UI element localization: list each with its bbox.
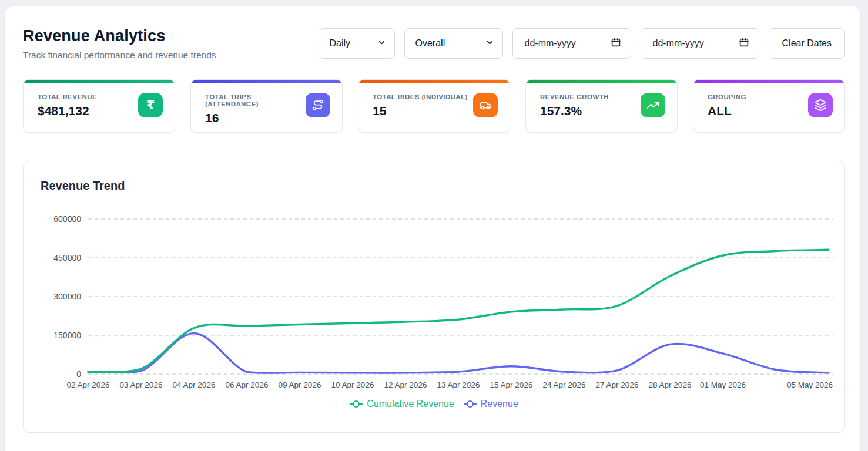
accent-bar — [526, 80, 677, 83]
revenue-trend-card: Revenue Trend 01500003000004500006000000… — [23, 161, 845, 433]
start-date-placeholder: dd-mm-yyyy — [525, 38, 576, 49]
stat-label: GROUPING — [708, 93, 746, 100]
stat-value: ALL — [708, 104, 746, 118]
stat-value: 157.3% — [540, 104, 609, 118]
route-icon — [306, 93, 330, 117]
scope-select[interactable]: Overall — [404, 28, 503, 59]
chart-title: Revenue Trend — [41, 179, 125, 193]
stat-label: TOTAL TRIPS (ATTENDANCE) — [205, 93, 306, 107]
revenue-trend-chart: 015000030000045000060000002 Apr 202603 A… — [35, 213, 846, 395]
legend-marker — [464, 403, 477, 405]
accent-bar — [191, 80, 342, 83]
stat-card-total-revenue: TOTAL REVENUE $481,132 ₹ — [23, 79, 175, 133]
legend-item-revenue[interactable]: Revenue — [464, 399, 518, 409]
end-date-input[interactable]: dd-mm-yyyy — [641, 28, 759, 59]
svg-text:0: 0 — [76, 369, 81, 379]
stat-label: REVENUE GROWTH — [540, 93, 609, 100]
header-titles: Revenue Analytics Track financial perfor… — [23, 27, 216, 60]
page-subtitle: Track financial performance and revenue … — [23, 50, 216, 60]
svg-text:150000: 150000 — [53, 331, 81, 340]
svg-text:05 May 2026: 05 May 2026 — [787, 381, 833, 389]
svg-text:02 Apr 2026: 02 Apr 2026 — [67, 381, 110, 389]
calendar-icon[interactable] — [611, 37, 621, 50]
svg-text:01 May 2026: 01 May 2026 — [700, 381, 746, 389]
chevron-down-icon — [377, 38, 386, 49]
legend-label: Cumulative Revenue — [367, 399, 454, 409]
svg-text:450000: 450000 — [53, 253, 81, 262]
calendar-icon[interactable] — [739, 37, 749, 50]
period-select[interactable]: Daily — [319, 28, 395, 59]
stat-value: 16 — [205, 111, 306, 125]
stat-label: TOTAL RIDES (INDIVIDUAL) — [373, 93, 468, 100]
stat-value: 15 — [373, 104, 468, 118]
stat-card-total-rides: TOTAL RIDES (INDIVIDUAL) 15 — [358, 79, 510, 133]
legend-item-cumulative-revenue[interactable]: Cumulative Revenue — [350, 399, 454, 409]
svg-text:28 Apr 2026: 28 Apr 2026 — [649, 381, 692, 389]
svg-text:06 Apr 2026: 06 Apr 2026 — [226, 381, 269, 389]
main-panel: Revenue Analytics Track financial perfor… — [5, 6, 860, 451]
svg-text:04 Apr 2026: 04 Apr 2026 — [173, 381, 216, 389]
legend-label: Revenue — [481, 399, 518, 409]
page: { "header": { "title": "Revenue Analytic… — [0, 0, 868, 451]
accent-bar — [693, 80, 844, 83]
chart-legend: Cumulative Revenue Revenue — [24, 399, 844, 409]
rupee-icon: ₹ — [138, 93, 163, 117]
stat-card-grouping: GROUPING ALL — [693, 79, 845, 133]
stats-row: TOTAL REVENUE $481,132 ₹ TOTAL TRIPS (AT… — [23, 79, 845, 133]
legend-marker — [350, 403, 363, 405]
stat-label: TOTAL REVENUE — [38, 93, 97, 100]
svg-text:10 Apr 2026: 10 Apr 2026 — [331, 381, 374, 389]
svg-text:13 Apr 2026: 13 Apr 2026 — [437, 381, 480, 389]
svg-text:600000: 600000 — [53, 214, 81, 224]
stat-card-total-trips: TOTAL TRIPS (ATTENDANCE) 16 — [190, 79, 343, 133]
svg-text:24 Apr 2026: 24 Apr 2026 — [543, 381, 586, 389]
svg-text:15 Apr 2026: 15 Apr 2026 — [490, 381, 533, 389]
svg-text:12 Apr 2026: 12 Apr 2026 — [384, 381, 427, 389]
svg-text:300000: 300000 — [53, 292, 81, 301]
stat-value: $481,132 — [38, 104, 97, 118]
accent-bar — [358, 80, 510, 83]
car-icon — [473, 93, 498, 117]
page-title: Revenue Analytics — [23, 27, 216, 45]
accent-bar — [24, 80, 175, 83]
stat-card-revenue-growth: REVENUE GROWTH 157.3% — [525, 79, 678, 133]
filter-controls: Daily Overall dd-mm-yyyy dd-mm-yyyy — [319, 28, 845, 59]
header: Revenue Analytics Track financial perfor… — [23, 27, 845, 60]
clear-dates-button[interactable]: Clear Dates — [769, 28, 845, 59]
chevron-down-icon — [485, 38, 494, 49]
svg-text:09 Apr 2026: 09 Apr 2026 — [279, 381, 321, 389]
layers-icon — [808, 93, 833, 117]
end-date-placeholder: dd-mm-yyyy — [653, 38, 704, 49]
trending-up-icon — [641, 93, 665, 117]
period-select-value: Daily — [330, 38, 351, 49]
svg-text:03 Apr 2026: 03 Apr 2026 — [120, 381, 163, 389]
scope-select-value: Overall — [415, 38, 445, 49]
start-date-input[interactable]: dd-mm-yyyy — [512, 28, 631, 59]
svg-text:27 Apr 2026: 27 Apr 2026 — [596, 381, 639, 389]
